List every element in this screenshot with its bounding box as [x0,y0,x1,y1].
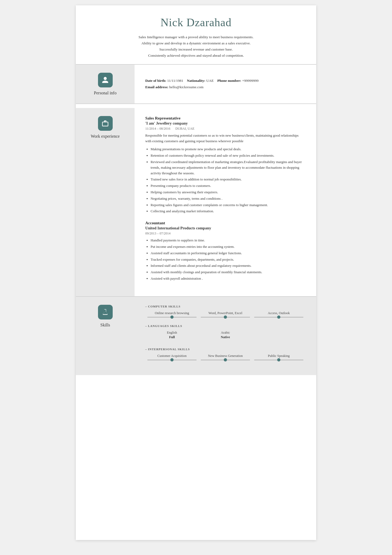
job-1-company: 'I am' Jewellery company [145,121,305,126]
personal-info-title: Personal info [94,91,117,95]
job-1-bullets: Making presentations to promote new prod… [151,147,305,214]
job-1: Sales Representative 'I am' Jewellery co… [145,116,305,214]
summary-text: Sales Intelligence manager with a proved… [92,34,300,59]
languages-skills-label: LANGUAGES SKILLS [145,324,305,327]
skill-name: New Business Generation [199,354,252,358]
skill-name: Online research browsing [145,311,199,315]
list-item: Reviewed and coordinated implementation … [151,159,305,176]
work-experience-section: Work experience Sales Representative 'I … [76,108,316,296]
computer-skills-category: COMPUTER SKILLS Online research browsing… [145,305,305,318]
skill-word: Word, PowerPoint, Excel [199,311,252,318]
skill-dot [170,358,174,361]
skill-bar [147,360,197,360]
candidate-name: Nick Dzarahad [92,16,300,29]
skill-customer-acquisition: Customer Acquisition [145,354,199,360]
skill-placeholder [252,331,305,341]
skill-english: English Full [145,331,199,341]
work-experience-icon [98,116,113,131]
list-item: Trained new sales force in addition to n… [151,177,305,182]
list-item: Informed staff and clients about procedu… [151,263,305,269]
skills-icon [98,305,113,319]
languages-skills-row: English Full Arabic Native [145,331,305,341]
personal-info-details: Date of birth: 11/11/1981 Nationality: U… [145,78,258,91]
skill-dot [170,315,174,319]
skill-online-research: Online research browsing [145,311,199,318]
job-2-company: United International Products company [145,226,305,230]
skill-name: Customer Acquisition [145,354,199,358]
job-2-bullets: Handled payments to suppliers in time. P… [151,238,305,282]
interpersonal-skills-label: INTERPERSONAL SKILLS [145,348,305,351]
skill-dot [277,358,280,361]
computer-skills-label: COMPUTER SKILLS [145,305,305,308]
skills-section: Skills COMPUTER SKILLS Online research b… [76,297,316,375]
person-icon [101,76,109,84]
skill-bar [201,317,250,318]
skill-bar [254,317,303,318]
list-item: Assisted with monthly closings and prepa… [151,269,305,275]
gap-1 [76,104,316,108]
header-section: Nick Dzarahad Sales Intelligence manager… [76,5,316,64]
personal-info-left: Personal info [76,65,135,103]
interpersonal-skills-row: Customer Acquisition New Business Genera… [145,354,305,360]
work-experience-right: Sales Representative 'I am' Jewellery co… [135,108,316,296]
skill-name: Access, Outlook [252,311,305,315]
skill-name: Public Speaking [252,354,305,358]
list-item: Handled payments to suppliers in time. [151,238,305,243]
job-2-title: Accountant [145,221,305,225]
skills-title: Skills [100,323,110,327]
list-item: Assisted staff accountants in performing… [151,250,305,256]
resume-container: Nick Dzarahad Sales Intelligence manager… [76,5,316,540]
skill-dot [277,315,280,319]
skill-dot [224,358,227,361]
job-2: Accountant United International Products… [145,221,305,282]
skill-access: Access, Outlook [252,311,305,318]
job-2-meta: 09/2013 – 07/2014 [145,232,305,236]
skill-name: English [145,331,199,335]
job-1-desc: Responsible for meeting potential custom… [145,133,305,144]
skills-flask-icon [101,308,109,316]
computer-skills-row: Online research browsing Word, PowerPoin… [145,311,305,318]
skill-level: Full [145,335,199,339]
skill-bar [201,360,250,360]
skill-public-speaking: Public Speaking [252,354,305,360]
skill-dot [224,315,227,319]
skill-name: Word, PowerPoint, Excel [199,311,252,315]
personal-info-icon [98,73,113,87]
list-item: Retention of customers through policy re… [151,153,305,159]
list-item: Presenting company products to customers… [151,183,305,189]
list-item: Put income and expenses entries into the… [151,244,305,250]
skills-right: COMPUTER SKILLS Online research browsing… [135,297,316,375]
personal-info-right: Date of birth: 11/11/1981 Nationality: U… [135,65,316,103]
list-item: Making presentations to promote new prod… [151,147,305,152]
skill-name: Arabic [199,331,252,335]
list-item: Collecting and analyzing market informat… [151,209,305,214]
skill-bar [147,317,197,318]
work-experience-left: Work experience [76,108,135,296]
skill-bar [254,360,303,360]
skills-left: Skills [76,297,135,375]
list-item: Reporting sales figures and customer com… [151,202,305,208]
briefcase-icon [101,120,109,127]
skill-arabic: Arabic Native [199,331,252,341]
work-experience-title: Work experience [91,134,120,139]
interpersonal-skills-category: INTERPERSONAL SKILLS Customer Acquisitio… [145,348,305,360]
skill-level: Native [199,335,252,339]
list-item: Assisted with payroll administration . [151,276,305,282]
job-1-meta: 11/2014 – 08/2016 DUBAI, UAE [145,127,305,131]
list-item: Helping customers by answering their enq… [151,190,305,195]
list-item: Tracked expenses for companies, departme… [151,257,305,263]
list-item: Negotiating prices, warranty, terms and … [151,196,305,202]
personal-info-section: Personal info Date of birth: 11/11/1981 … [76,65,316,103]
job-1-title: Sales Representative [145,116,305,121]
skill-new-business: New Business Generation [199,354,252,360]
languages-skills-category: LANGUAGES SKILLS English Full Arabic Nat… [145,324,305,341]
